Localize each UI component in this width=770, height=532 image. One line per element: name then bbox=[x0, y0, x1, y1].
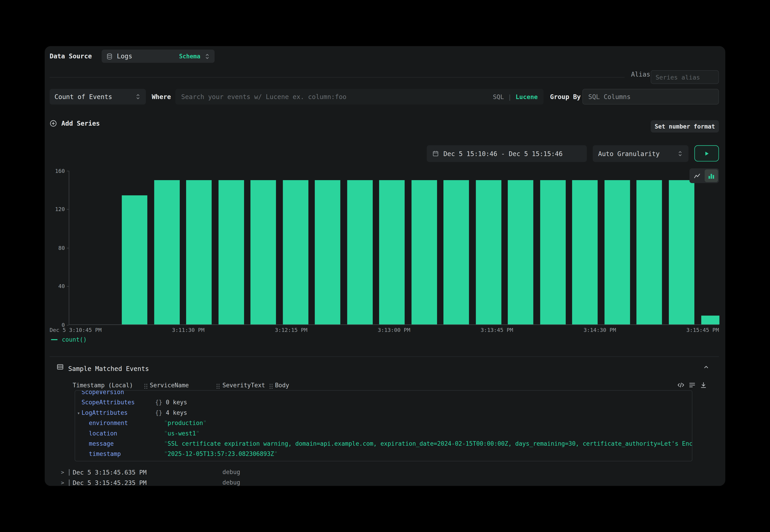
chart-plot bbox=[69, 171, 719, 325]
keys-badge: {} 4 keys bbox=[155, 408, 187, 418]
granularity-select[interactable]: Auto Granularity bbox=[593, 145, 688, 162]
add-series-button[interactable]: Add Series bbox=[50, 120, 100, 127]
chevron-updown-icon bbox=[135, 93, 141, 100]
drag-handle-icon[interactable] bbox=[216, 383, 220, 389]
event-row[interactable]: >Dec 5 3:15:45.235 PMdebug bbox=[45, 477, 725, 486]
event-timestamp: Dec 5 3:15:45.235 PM bbox=[73, 477, 147, 486]
data-source-select[interactable]: Logs Schema bbox=[102, 50, 214, 63]
granularity-value: Auto Granularity bbox=[598, 150, 660, 157]
chevron-updown-icon bbox=[204, 53, 210, 60]
attribute-tree: ScopeVersionScopeAttributes{} 0 keys▾Log… bbox=[75, 390, 692, 460]
event-timestamp: Dec 5 3:15:45.635 PM bbox=[73, 467, 147, 477]
time-range-input[interactable]: Dec 5 15:10:46 - Dec 5 15:15:46 bbox=[427, 145, 587, 162]
severity-indicator bbox=[69, 480, 70, 486]
chart-bar bbox=[669, 180, 694, 324]
set-number-format-button[interactable]: Set number format bbox=[651, 120, 719, 132]
page: Data Source Logs Schema Alias Co bbox=[0, 0, 770, 532]
section-divider bbox=[50, 356, 719, 357]
attribute-key: ScopeVersion bbox=[75, 390, 124, 398]
column-header[interactable]: Body bbox=[275, 382, 289, 389]
attribute-value: "us-west1" bbox=[164, 428, 199, 439]
x-tick-label: 3:12:15 PM bbox=[275, 327, 307, 333]
alias-label: Alias bbox=[631, 71, 651, 78]
attribute-key: LogAttributes bbox=[75, 408, 128, 418]
y-tick-label: 80 bbox=[58, 244, 69, 251]
database-icon bbox=[106, 53, 113, 60]
alias-input[interactable] bbox=[651, 70, 719, 84]
attribute-row[interactable]: message"SSL certificate expiration warni… bbox=[75, 439, 692, 449]
lucene-toggle[interactable]: Lucene bbox=[516, 93, 538, 100]
download-icon[interactable] bbox=[700, 381, 707, 389]
aggregate-value: Count of Events bbox=[55, 93, 112, 100]
plus-circle-icon bbox=[50, 120, 57, 127]
attribute-row[interactable]: environment"production" bbox=[75, 418, 692, 428]
chart-bar bbox=[444, 180, 469, 324]
events-toolbar bbox=[677, 381, 707, 389]
events-section-title: Sample Matched Events bbox=[68, 365, 149, 373]
data-source-label: Data Source bbox=[50, 52, 92, 60]
chevron-right-icon[interactable]: > bbox=[61, 477, 64, 486]
play-icon bbox=[703, 150, 710, 157]
line-chart-icon[interactable] bbox=[690, 169, 704, 182]
drag-handle-icon[interactable] bbox=[144, 383, 148, 389]
column-header[interactable]: ServiceName bbox=[150, 382, 189, 389]
y-tick-label: 120 bbox=[55, 206, 69, 213]
x-tick-label: Dec 5 3:10:45 PM bbox=[50, 327, 102, 333]
row-density-icon[interactable] bbox=[688, 381, 696, 389]
x-tick-label: 3:13:45 PM bbox=[481, 327, 513, 333]
table-icon bbox=[56, 363, 64, 370]
x-tick-label: 3:14:30 PM bbox=[583, 327, 616, 333]
chart-bar bbox=[186, 180, 211, 324]
column-header[interactable]: Timestamp (Local) bbox=[73, 382, 133, 389]
chevron-right-icon[interactable]: > bbox=[61, 467, 64, 477]
chevron-updown-icon bbox=[677, 150, 683, 157]
attribute-value: "2025-12-05T13:57:23.082306893Z" bbox=[164, 449, 278, 459]
chart-bar bbox=[218, 180, 244, 324]
chart-bar bbox=[250, 180, 276, 324]
event-severity: debug bbox=[222, 477, 240, 486]
attribute-value: "SSL certificate expiration warning, dom… bbox=[164, 439, 693, 449]
aggregate-select[interactable]: Count of Events bbox=[50, 89, 146, 104]
attribute-key: message bbox=[75, 439, 114, 449]
attribute-row[interactable]: ScopeAttributes{} 0 keys bbox=[75, 398, 692, 408]
legend-series-name: count() bbox=[62, 336, 87, 343]
code-icon[interactable] bbox=[677, 381, 685, 389]
attribute-key: ScopeAttributes bbox=[75, 398, 135, 408]
group-by-label: Group By bbox=[550, 93, 581, 101]
toggle-divider: | bbox=[508, 93, 512, 100]
group-by-input[interactable] bbox=[583, 89, 719, 104]
chart-bar bbox=[283, 180, 308, 324]
time-range-value: Dec 5 15:10:46 - Dec 5 15:15:46 bbox=[444, 150, 563, 157]
caret-down-icon[interactable]: ▾ bbox=[77, 408, 80, 418]
chart-bar bbox=[540, 180, 566, 324]
attribute-row[interactable]: timestamp"2025-12-05T13:57:23.082306893Z… bbox=[75, 449, 692, 459]
attribute-key: environment bbox=[75, 418, 128, 428]
chart-bar bbox=[347, 180, 372, 324]
event-row[interactable]: >Dec 5 3:15:45.635 PMdebug bbox=[45, 467, 725, 477]
search-input[interactable] bbox=[181, 93, 489, 100]
chart-bar bbox=[508, 180, 534, 324]
x-tick-label: 3:13:00 PM bbox=[378, 327, 410, 333]
column-header[interactable]: SeverityText bbox=[222, 382, 265, 389]
data-source-value: Logs bbox=[117, 52, 132, 60]
chart-bar bbox=[379, 180, 405, 324]
x-axis-labels: Dec 5 3:10:45 PM3:11:30 PM3:12:15 PM3:13… bbox=[50, 327, 719, 333]
chart-bar bbox=[315, 180, 340, 324]
chart-bar bbox=[476, 180, 501, 324]
y-tick-label: 40 bbox=[58, 283, 69, 290]
chart-bar bbox=[154, 180, 179, 324]
y-axis: 04080120160 bbox=[45, 171, 69, 325]
attribute-key: location bbox=[75, 428, 117, 439]
attribute-row[interactable]: ▾LogAttributes{} 4 keys bbox=[75, 408, 692, 418]
x-tick-label: 3:15:45 PM bbox=[686, 327, 719, 333]
attribute-row[interactable]: location"us-west1" bbox=[75, 428, 692, 439]
run-query-button[interactable] bbox=[694, 145, 719, 162]
search-box: SQL | Lucene bbox=[175, 89, 544, 104]
chart-bar bbox=[412, 180, 437, 324]
attribute-row[interactable]: ScopeVersion bbox=[75, 390, 692, 398]
chevron-up-icon[interactable] bbox=[703, 364, 710, 370]
sql-toggle[interactable]: SQL bbox=[493, 93, 504, 100]
schema-label[interactable]: Schema bbox=[179, 53, 200, 60]
bar-chart-icon[interactable] bbox=[705, 169, 718, 182]
drag-handle-icon[interactable] bbox=[269, 383, 273, 389]
